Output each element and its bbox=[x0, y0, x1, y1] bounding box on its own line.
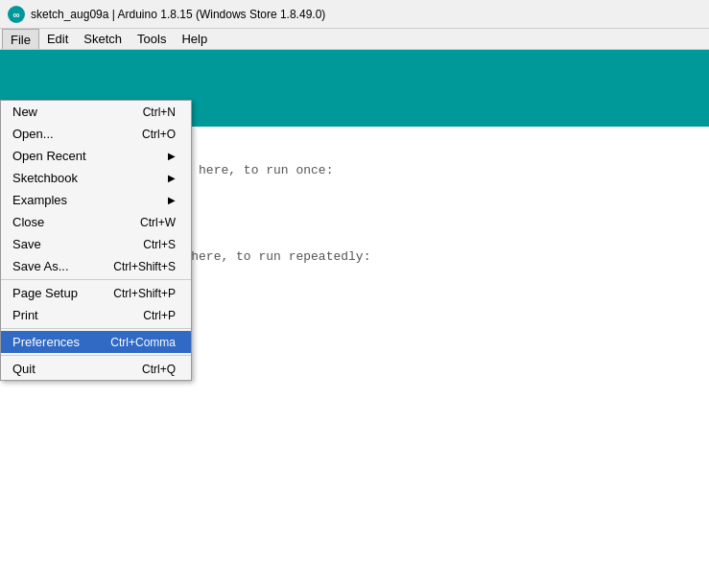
menu-item-close[interactable]: Close Ctrl+W bbox=[1, 211, 191, 233]
submenu-arrow-icon: ▶ bbox=[168, 173, 176, 183]
menu-separator-2 bbox=[1, 328, 191, 329]
menu-item-quit-label: Quit bbox=[12, 362, 123, 376]
menu-item-new[interactable]: New Ctrl+N bbox=[1, 101, 191, 123]
menu-item-save-label: Save bbox=[12, 237, 124, 251]
menu-item-quit[interactable]: Quit Ctrl+Q bbox=[1, 358, 191, 380]
menu-help[interactable]: Help bbox=[174, 29, 215, 49]
menu-item-save[interactable]: Save Ctrl+S bbox=[1, 233, 191, 255]
menu-item-open-label: Open... bbox=[12, 127, 123, 141]
menu-item-open-shortcut: Ctrl+O bbox=[142, 128, 176, 141]
menu-item-examples[interactable]: Examples ▶ bbox=[1, 189, 191, 211]
menu-file[interactable]: File bbox=[2, 29, 39, 49]
menu-sketch[interactable]: Sketch bbox=[76, 29, 130, 49]
menu-item-quit-shortcut: Ctrl+Q bbox=[142, 363, 176, 376]
menu-item-save-as-label: Save As... bbox=[12, 259, 94, 273]
menu-item-page-setup-shortcut: Ctrl+Shift+P bbox=[113, 287, 176, 300]
menu-item-close-label: Close bbox=[12, 215, 121, 229]
title-bar: ∞ sketch_aug09a | Arduino 1.8.15 (Window… bbox=[0, 0, 709, 29]
submenu-arrow-icon: ▶ bbox=[168, 195, 176, 205]
menu-bar: File Edit Sketch Tools Help bbox=[0, 29, 709, 50]
menu-item-save-as[interactable]: Save As... Ctrl+Shift+S bbox=[1, 255, 191, 277]
title-bar-text: sketch_aug09a | Arduino 1.8.15 (Windows … bbox=[31, 8, 325, 21]
main-area: // put your setup code here, to run once… bbox=[0, 50, 709, 588]
menu-item-examples-label: Examples bbox=[12, 193, 168, 207]
menu-edit[interactable]: Edit bbox=[39, 29, 76, 49]
menu-item-sketchbook-label: Sketchbook bbox=[12, 171, 168, 185]
menu-item-open-recent[interactable]: Open Recent ▶ bbox=[1, 145, 191, 167]
menu-item-close-shortcut: Ctrl+W bbox=[140, 216, 176, 229]
menu-item-preferences[interactable]: Preferences Ctrl+Comma bbox=[1, 331, 191, 353]
menu-item-open-recent-label: Open Recent bbox=[12, 149, 168, 163]
menu-item-new-shortcut: Ctrl+N bbox=[143, 106, 176, 119]
menu-item-save-as-shortcut: Ctrl+Shift+S bbox=[113, 260, 176, 273]
app-logo-icon: ∞ bbox=[8, 6, 25, 23]
menu-item-print-label: Print bbox=[12, 308, 124, 322]
menu-item-page-setup-label: Page Setup bbox=[12, 286, 94, 300]
svg-text:∞: ∞ bbox=[12, 10, 19, 20]
menu-item-print-shortcut: Ctrl+P bbox=[143, 309, 176, 322]
menu-tools[interactable]: Tools bbox=[130, 29, 174, 49]
menu-item-print[interactable]: Print Ctrl+P bbox=[1, 304, 191, 326]
menu-item-open[interactable]: Open... Ctrl+O bbox=[1, 123, 191, 145]
menu-separator-1 bbox=[1, 279, 191, 280]
menu-separator-3 bbox=[1, 355, 191, 356]
submenu-arrow-icon: ▶ bbox=[168, 151, 176, 161]
menu-item-preferences-shortcut: Ctrl+Comma bbox=[110, 336, 176, 349]
file-menu: New Ctrl+N Open... Ctrl+O Open Recent ▶ … bbox=[0, 100, 192, 381]
menu-item-save-shortcut: Ctrl+S bbox=[143, 238, 176, 251]
menu-item-preferences-label: Preferences bbox=[12, 335, 91, 349]
menu-item-page-setup[interactable]: Page Setup Ctrl+Shift+P bbox=[1, 282, 191, 304]
menu-item-sketchbook[interactable]: Sketchbook ▶ bbox=[1, 167, 191, 189]
menu-item-new-label: New bbox=[12, 105, 124, 119]
